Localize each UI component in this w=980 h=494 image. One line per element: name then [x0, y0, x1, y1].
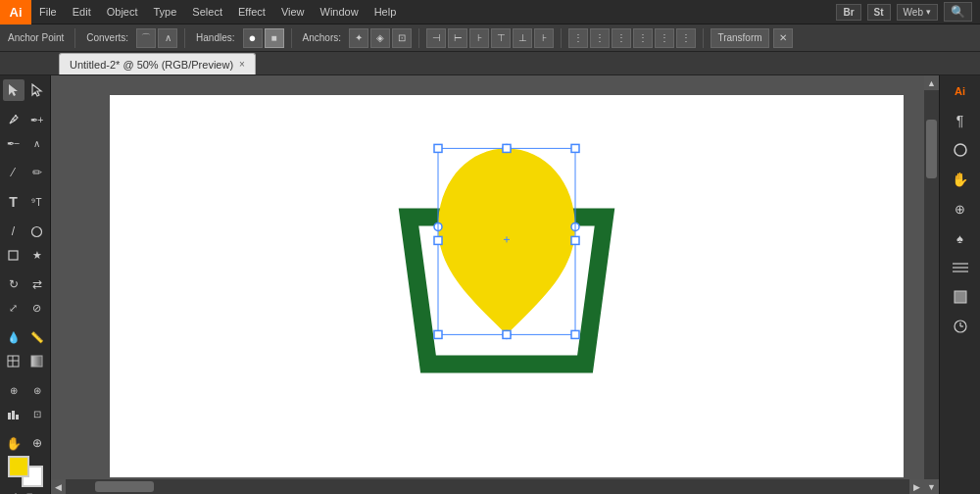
touch-type-tool[interactable]: ⁹T — [26, 191, 48, 213]
scroll-left-btn[interactable]: ◀ — [51, 479, 66, 494]
scale-tool[interactable]: ⤢ — [3, 297, 24, 319]
direct-select-tool[interactable] — [26, 79, 48, 101]
anchor-btn1[interactable]: ✦ — [349, 28, 368, 48]
artboard-tool[interactable]: ⊡ — [26, 403, 48, 424]
transform-extra-btn[interactable]: ✕ — [773, 28, 793, 48]
eyedropper-tool[interactable]: 💧 — [3, 326, 24, 348]
document-tab[interactable]: Untitled-2* @ 50% (RGB/Preview) × — [59, 53, 256, 74]
menu-help[interactable]: Help — [367, 0, 405, 24]
rect-tool[interactable] — [3, 244, 24, 266]
right-circle-btn[interactable] — [949, 138, 972, 162]
right-clock-btn[interactable] — [949, 315, 972, 338]
pencil-tool[interactable]: ✏ — [26, 162, 48, 183]
right-hand-btn[interactable]: ✋ — [949, 168, 972, 191]
sep5 — [561, 28, 562, 48]
distrib-btn2[interactable]: ⋮ — [590, 28, 610, 48]
mesh-tool[interactable] — [3, 350, 24, 371]
scroll-h-thumb[interactable] — [95, 481, 154, 492]
distrib-btn1[interactable]: ⋮ — [568, 28, 588, 48]
svg-rect-9 — [8, 413, 11, 420]
menu-object[interactable]: Object — [99, 0, 146, 24]
align-vcenter[interactable]: ⊥ — [513, 28, 532, 48]
illustration[interactable] — [379, 128, 634, 415]
anchor-point-label: Anchor Point — [4, 32, 68, 43]
right-para-btn[interactable]: ¶ — [949, 109, 972, 132]
tab-close-btn[interactable]: × — [239, 59, 245, 70]
tool-row-brush: ∕ ✏ — [3, 162, 48, 183]
anchor-del-tool[interactable]: ✒− — [3, 132, 24, 154]
menu-file[interactable]: File — [31, 0, 65, 24]
anchor-btn3[interactable]: ⊡ — [392, 28, 412, 48]
convert-btn1[interactable]: ⌒ — [136, 28, 156, 48]
svg-rect-24 — [571, 330, 579, 338]
align-hcenter[interactable]: ⊢ — [448, 28, 467, 48]
zoom-tool[interactable]: ⊕ — [26, 432, 48, 454]
right-ai-btn[interactable]: Ai — [949, 79, 972, 103]
handle-btn1[interactable]: ● — [243, 28, 263, 48]
align-bottom[interactable]: ⊦ — [534, 28, 554, 48]
align-left[interactable]: ⊣ — [426, 28, 446, 48]
horizontal-scrollbar: ◀ ▶ — [51, 479, 924, 494]
line-tool[interactable]: / — [3, 221, 24, 242]
right-lines-btn[interactable] — [949, 256, 972, 279]
ai-logo: Ai — [0, 0, 31, 25]
gradient-tool[interactable] — [26, 350, 48, 371]
distrib-btn6[interactable]: ⋮ — [676, 28, 696, 48]
svg-rect-27 — [434, 236, 442, 244]
anchor-add-tool[interactable]: ✒+ — [26, 109, 48, 130]
scroll-v-thumb[interactable] — [926, 120, 937, 178]
measure-tool[interactable]: 📏 — [26, 326, 48, 348]
align-right[interactable]: ⊦ — [469, 28, 489, 48]
tool-row-pen2: ✒− ∧ — [3, 132, 48, 154]
shear-tool[interactable]: ⊘ — [26, 297, 48, 319]
scroll-up-btn[interactable]: ▲ — [924, 75, 939, 90]
star-tool[interactable]: ★ — [26, 244, 48, 266]
handle-btn2[interactable]: ■ — [265, 28, 284, 48]
tool-row-eye: 💧 📏 — [3, 326, 48, 348]
right-layers-btn[interactable]: ⊕ — [949, 197, 972, 221]
pen-tool[interactable] — [3, 109, 24, 130]
transform-btn[interactable]: Transform — [710, 28, 769, 48]
align-top[interactable]: ⊤ — [491, 28, 511, 48]
paintbrush-tool[interactable]: ∕ — [3, 162, 24, 183]
distrib-btn4[interactable]: ⋮ — [633, 28, 653, 48]
menu-select[interactable]: Select — [184, 0, 230, 24]
convert-btn2[interactable]: ∧ — [158, 28, 177, 48]
distrib-btn5[interactable]: ⋮ — [655, 28, 674, 48]
sep1 — [74, 28, 75, 48]
bridge-icon-btn[interactable]: Br — [836, 4, 860, 21]
scroll-down-btn[interactable]: ▼ — [924, 479, 939, 494]
tool-row-column: ⊡ — [3, 403, 48, 424]
blend-tool[interactable]: ⊕ — [3, 379, 24, 401]
menu-window[interactable]: Window — [313, 0, 367, 24]
scroll-right-btn[interactable]: ▶ — [909, 479, 924, 494]
toolbar: Anchor Point Converts: ⌒ ∧ Handles: ● ■ … — [0, 25, 980, 52]
menu-effect[interactable]: Effect — [230, 0, 273, 24]
reflect-tool[interactable]: ⇄ — [26, 273, 48, 295]
foreground-color-box[interactable] — [8, 456, 29, 477]
rotate-tool[interactable]: ↻ — [3, 273, 24, 295]
column-graph-tool[interactable] — [3, 403, 24, 424]
sep2 — [184, 28, 185, 48]
right-spade-btn[interactable]: ♠ — [949, 226, 972, 250]
ellipse-tool[interactable] — [26, 221, 48, 242]
menu-edit[interactable]: Edit — [65, 0, 99, 24]
select-tool[interactable] — [3, 79, 24, 101]
menu-type[interactable]: Type — [146, 0, 185, 24]
tool-row-pen: ✒+ — [3, 109, 48, 130]
align-group: ⊣ ⊢ ⊦ ⊤ ⊥ ⊦ — [426, 28, 554, 48]
svg-rect-35 — [955, 291, 966, 303]
type-tool[interactable]: T — [3, 191, 24, 213]
sep4 — [418, 28, 419, 48]
distrib-btn3[interactable]: ⋮ — [612, 28, 631, 48]
hand-tool[interactable]: ✋ — [3, 432, 24, 454]
symbol-tool[interactable]: ⊛ — [26, 379, 48, 401]
anchor-btn2[interactable]: ◈ — [370, 28, 390, 48]
right-rect-btn[interactable] — [949, 285, 972, 309]
stock-icon-btn[interactable]: St — [867, 4, 891, 21]
anchor-conv-tool[interactable]: ∧ — [26, 132, 48, 154]
search-btn[interactable]: 🔍 — [944, 2, 972, 22]
workspace-btn[interactable]: Web ▾ — [897, 4, 938, 21]
menu-view[interactable]: View — [273, 0, 313, 24]
svg-rect-10 — [12, 411, 15, 420]
